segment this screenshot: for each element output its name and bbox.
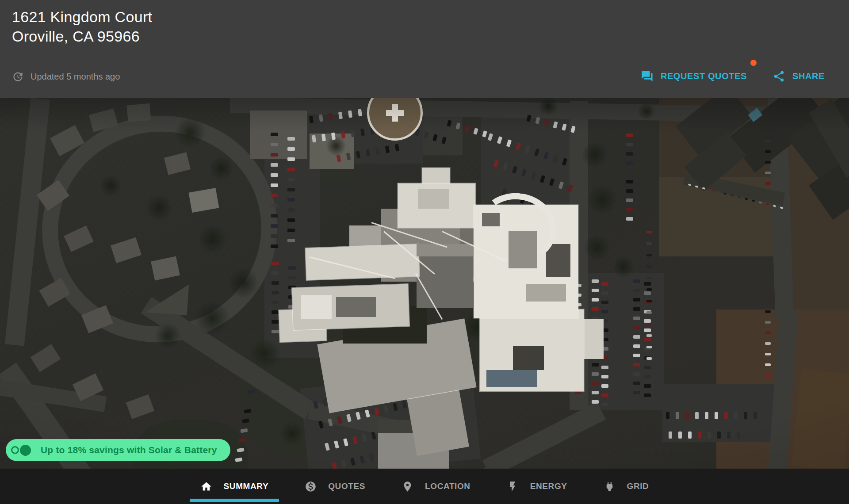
- aerial-map: Up to 18% savings with Solar & Battery: [0, 98, 849, 469]
- tab-location-label: LOCATION: [425, 481, 470, 491]
- tab-summary-label: SUMMARY: [224, 481, 269, 491]
- dollar-icon: [305, 481, 317, 493]
- pulse-ring-icon: [11, 446, 19, 454]
- chat-bubbles-icon: [641, 70, 654, 83]
- pulse-dot-icon: [20, 445, 31, 456]
- address-line1: 1621 Kingdom Court: [12, 7, 152, 27]
- tab-energy-label: ENERGY: [530, 481, 567, 491]
- last-updated: Updated 5 months ago: [12, 71, 120, 83]
- savings-badge[interactable]: Up to 18% savings with Solar & Battery: [6, 439, 230, 461]
- tab-quotes[interactable]: QUOTES: [294, 469, 376, 504]
- share-icon: [773, 70, 785, 83]
- home-icon: [200, 481, 212, 493]
- tab-grid[interactable]: GRID: [593, 469, 660, 504]
- request-quotes-button[interactable]: REQUEST QUOTES: [641, 70, 747, 83]
- property-address: 1621 Kingdom Court Oroville, CA 95966: [12, 7, 152, 46]
- app-window: Up to 18% savings with Solar & Battery 1…: [0, 0, 849, 504]
- property-header: 1621 Kingdom Court Oroville, CA 95966 Up…: [0, 0, 849, 98]
- bolt-icon: [507, 481, 519, 493]
- tab-grid-label: GRID: [627, 481, 649, 491]
- tab-energy[interactable]: ENERGY: [496, 469, 578, 504]
- plug-icon: [604, 481, 616, 493]
- address-line2: Oroville, CA 95966: [12, 27, 152, 46]
- header-actions: REQUEST QUOTES SHARE: [641, 70, 825, 83]
- road-triangle-island: [145, 282, 189, 315]
- request-quotes-label: REQUEST QUOTES: [661, 71, 747, 81]
- tab-summary[interactable]: SUMMARY: [190, 469, 279, 504]
- last-updated-text: Updated 5 months ago: [31, 72, 120, 82]
- satellite-imagery: [0, 98, 849, 469]
- notification-dot: [750, 60, 757, 66]
- share-button[interactable]: SHARE: [773, 70, 825, 83]
- update-clock-icon: [12, 71, 24, 83]
- tab-location[interactable]: LOCATION: [391, 469, 481, 504]
- bottom-nav: SUMMARY QUOTES LOCATION ENERGY GRID: [0, 469, 849, 504]
- pin-icon: [402, 481, 413, 493]
- tab-quotes-label: QUOTES: [328, 481, 365, 491]
- savings-badge-label: Up to 18% savings with Solar & Battery: [41, 445, 217, 455]
- share-label: SHARE: [792, 71, 825, 81]
